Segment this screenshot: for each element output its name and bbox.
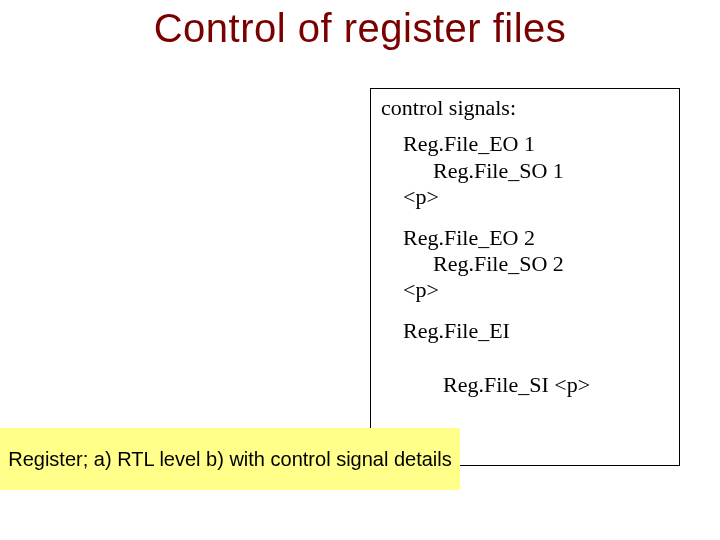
caption-box: Register; a) RTL level b) with control s… bbox=[0, 428, 460, 490]
control-signals-box: control signals: Reg.File_EO 1 Reg.File_… bbox=[370, 88, 680, 466]
control-signals-heading: control signals: bbox=[381, 95, 669, 121]
caption-text: Register; a) RTL level b) with control s… bbox=[8, 447, 452, 472]
signal-group-2: Reg.File_EO 2 Reg.File_SO 2 <p> bbox=[403, 225, 669, 304]
signal-so1: Reg.File_SO 1 bbox=[433, 158, 669, 184]
signal-eo2: Reg.File_EO 2 bbox=[403, 225, 669, 251]
slide-title: Control of register files bbox=[0, 6, 720, 51]
slide: Control of register files control signal… bbox=[0, 0, 720, 540]
signal-so2: Reg.File_SO 2 bbox=[433, 251, 669, 277]
signal-p2: <p> bbox=[403, 277, 669, 303]
signal-si: Reg.File_SI <p> bbox=[443, 372, 669, 398]
signal-eo1: Reg.File_EO 1 bbox=[403, 131, 669, 157]
signal-group-1: Reg.File_EO 1 Reg.File_SO 1 <p> bbox=[403, 131, 669, 210]
signal-ei: Reg.File_EI bbox=[403, 318, 669, 344]
signal-p1: <p> bbox=[403, 184, 669, 210]
